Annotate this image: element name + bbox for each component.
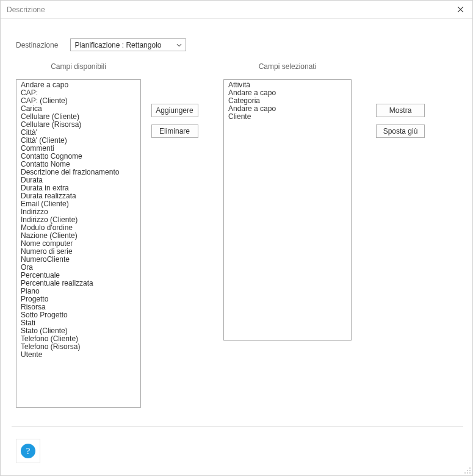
svg-point-0 <box>469 467 471 469</box>
svg-point-1 <box>467 470 468 471</box>
titlebar: Descrizione <box>1 1 472 19</box>
destination-row: Destinazione Pianificazione : Rettangolo <box>16 38 463 51</box>
movedown-button[interactable]: Sposta giù <box>376 124 425 138</box>
right-buttons: Mostra Sposta giù <box>352 104 449 138</box>
available-column: Campi disponibili Andare a capoCAP:CAP: … <box>16 62 141 408</box>
list-item[interactable]: NumeroCliente <box>18 256 139 264</box>
svg-point-3 <box>464 472 466 474</box>
svg-point-5 <box>469 472 471 474</box>
destination-label: Destinazione <box>16 41 58 49</box>
middle-buttons: Aggiungere Eliminare <box>141 104 208 138</box>
window-title: Descrizione <box>7 5 45 14</box>
available-header: Campi disponibili <box>16 62 141 72</box>
selected-listbox[interactable]: AttivitàAndare a capoCategoriaAndare a c… <box>223 79 352 341</box>
svg-point-4 <box>467 472 468 474</box>
help-button[interactable]: ? <box>16 439 40 463</box>
show-button[interactable]: Mostra <box>376 104 425 117</box>
svg-point-2 <box>469 470 471 471</box>
list-item[interactable]: Cliente <box>225 113 350 121</box>
list-item[interactable]: Utente <box>18 351 139 359</box>
close-icon <box>457 6 464 13</box>
content-area: Destinazione Pianificazione : Rettangolo… <box>1 19 472 408</box>
columns: Campi disponibili Andare a capoCAP:CAP: … <box>16 62 463 408</box>
destination-combobox[interactable]: Pianificazione : Rettangolo <box>70 38 186 51</box>
add-button[interactable]: Aggiungere <box>151 104 198 117</box>
list-item[interactable]: Sotto Progetto <box>18 311 139 319</box>
remove-button[interactable]: Eliminare <box>151 124 198 138</box>
close-button[interactable] <box>453 2 468 17</box>
chevron-down-icon <box>174 40 184 50</box>
destination-selected-value: Pianificazione : Rettangolo <box>74 41 161 49</box>
resize-grip[interactable] <box>464 467 471 474</box>
selected-column: Campi selezionati AttivitàAndare a capoC… <box>223 62 352 341</box>
help-icon: ? <box>21 444 35 458</box>
available-listbox[interactable]: Andare a capoCAP:CAP: (Cliente)CaricaCel… <box>16 79 141 408</box>
divider <box>12 426 463 427</box>
selected-header: Campi selezionati <box>223 62 352 72</box>
